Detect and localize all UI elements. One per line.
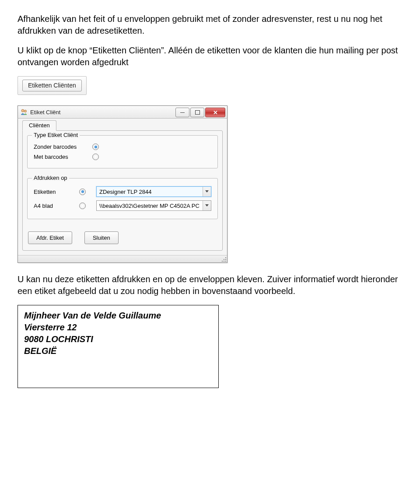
radio-row: Zonder barcodes	[33, 142, 212, 152]
combo-value: \\beaalsv302\Gestetner MP C4502A PC	[97, 203, 203, 209]
maximize-button[interactable]	[190, 108, 204, 117]
statusbar	[18, 255, 227, 262]
toolbar: Etiketten Cliënten	[18, 76, 87, 95]
radio-zonder-barcodes[interactable]	[92, 144, 99, 150]
radio-a4[interactable]	[79, 203, 86, 209]
afdr-etiket-button[interactable]: Afdr. Etiket	[28, 231, 72, 244]
minimize-button[interactable]	[175, 108, 189, 117]
tab-panel: Type Etiket Cliënt Zonder barcodes Met b…	[22, 130, 223, 251]
etiketten-clienten-button[interactable]: Etiketten Cliënten	[22, 80, 82, 91]
chevron-down-icon	[203, 201, 211, 210]
close-button[interactable]: ✕	[205, 108, 225, 117]
combo-etiketten-printer[interactable]: ZDesigner TLP 2844	[96, 186, 211, 197]
svg-point-0	[21, 109, 24, 112]
printer-row-etiketten: Etiketten ZDesigner TLP 2844	[33, 185, 212, 199]
tab-strip: Cliënten	[22, 120, 223, 131]
screenshot-area: Etiketten Cliënten Etiket Cliënt ✕ Cliën…	[18, 76, 402, 263]
group-type-etiket: Type Etiket Cliënt Zonder barcodes Met b…	[27, 135, 218, 168]
group-afdrukken-op: Afdrukken op Etiketten ZDesigner TLP 284…	[27, 178, 218, 219]
titlebar: Etiket Cliënt ✕	[18, 105, 228, 119]
doc-paragraph: U klikt op de knop “Etiketten Cliënten”.…	[18, 45, 402, 68]
app-icon	[21, 108, 28, 116]
combo-a4-printer[interactable]: \\beaalsv302\Gestetner MP C4502A PC	[96, 200, 211, 211]
window-title: Etiket Cliënt	[30, 109, 175, 116]
group-label: Afdrukken op	[32, 175, 69, 181]
etiket-line: Mijnheer Van de Velde Guillaume	[24, 310, 212, 322]
etiket-client-window: Etiket Cliënt ✕ Cliënten Type Etiket Cli…	[18, 105, 228, 263]
doc-paragraph: U kan nu deze etiketten afdrukken en op …	[18, 273, 402, 297]
etiket-example: Mijnheer Van de Velde Guillaume Vierster…	[18, 305, 219, 388]
printer-row-a4: A4 blad \\beaalsv302\Gestetner MP C4502A…	[33, 199, 212, 213]
doc-paragraph: Afhankelijk van het feit of u enveloppen…	[18, 13, 402, 37]
etiket-line: 9080 LOCHRISTI	[24, 333, 212, 345]
chevron-down-icon	[203, 187, 211, 196]
tab-clienten[interactable]: Cliënten	[22, 120, 56, 131]
window-controls: ✕	[175, 108, 225, 116]
radio-row: Met barcodes	[33, 152, 212, 162]
radio-etiketten[interactable]	[79, 189, 86, 195]
option-zonder-barcodes-label: Zonder barcodes	[34, 144, 82, 150]
option-met-barcodes-label: Met barcodes	[34, 154, 82, 160]
etiket-line: BELGIË	[24, 345, 212, 357]
resize-grip-icon[interactable]	[221, 256, 226, 262]
radio-met-barcodes[interactable]	[92, 154, 99, 160]
option-a4-label: A4 blad	[34, 203, 69, 209]
etiket-line: Viersterre 12	[24, 322, 212, 333]
sluiten-button[interactable]: Sluiten	[84, 231, 119, 244]
combo-value: ZDesigner TLP 2844	[97, 189, 203, 195]
svg-point-1	[24, 110, 27, 112]
action-row: Afdr. Etiket Sluiten	[27, 231, 218, 245]
option-etiketten-label: Etiketten	[34, 189, 69, 195]
group-label: Type Etiket Cliënt	[32, 132, 80, 138]
